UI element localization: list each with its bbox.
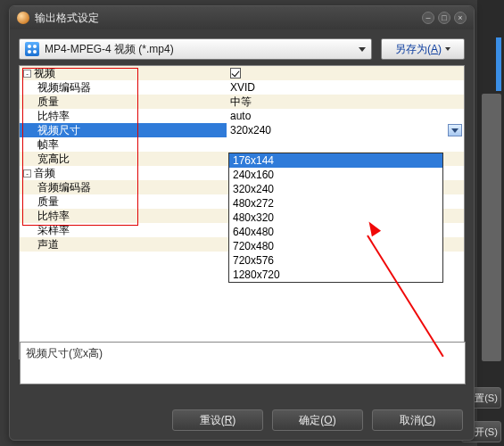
maximize-button[interactable]: □ [438,12,450,24]
prop-video-codec[interactable]: 视频编码器 XVID [20,80,464,95]
prop-video-fps[interactable]: 帧率 [20,137,464,152]
collapse-icon[interactable]: - [23,70,31,78]
prop-label: 质量 [37,95,59,110]
prop-label: 视频编码器 [37,80,91,95]
collapse-icon[interactable]: - [23,169,31,178]
save-as-button[interactable]: 另存为(A) [381,38,465,60]
format-select[interactable]: MP4-MPEG-4 视频 (*.mp4) [19,38,372,60]
prop-video-bitrate[interactable]: 比特率 auto [20,109,464,123]
close-button[interactable]: × [454,12,467,24]
size-option[interactable]: 720x480 [229,239,442,253]
group-audio-label: 音频 [34,166,55,181]
prop-value: 320x240 [230,124,271,136]
prop-video-quality[interactable]: 质量 中等 [20,95,464,109]
prop-value: 中等 [230,95,252,110]
cancel-button[interactable]: 取消(C) [372,409,463,431]
ok-hotkey: O [324,414,332,426]
size-dropdown-list[interactable]: 176x144240x160320x240480x272480x320640x4… [228,153,443,283]
size-option[interactable]: 640x480 [229,225,442,239]
window-title: 输出格式设定 [35,11,418,26]
group-video-label: 视频 [34,66,55,81]
app-icon [17,12,29,24]
prop-label: 质量 [37,194,59,210]
ok-label-pre: 确定( [299,413,324,428]
size-option[interactable]: 1280x720 [229,268,442,282]
video-format-icon [25,42,39,56]
prop-label: 视频尺寸 [37,123,80,138]
minimize-button[interactable]: – [422,12,434,24]
prop-label: 采样率 [37,223,70,238]
property-grid: -视频 视频编码器 XVID 质量 中等 比特率 auto 视频尺寸 32 [19,65,465,359]
size-option[interactable]: 480x272 [229,196,442,211]
prop-label: 帧率 [37,137,59,153]
save-as-hotkey: A [431,43,438,55]
description-text: 视频尺寸(宽x高) [26,347,103,359]
size-option[interactable]: 176x144 [229,153,442,168]
size-option[interactable]: 320x240 [229,182,442,196]
ok-button[interactable]: 确定(O) [272,409,363,431]
size-option[interactable]: 720x576 [229,253,442,268]
prop-video-size[interactable]: 视频尺寸 320x240 [20,123,464,137]
description-box: 视频尺寸(宽x高) [20,342,466,384]
size-option[interactable]: 480x320 [229,211,442,225]
reset-label-post: ) [232,414,235,426]
reset-label-pre: 重设( [200,413,225,428]
titlebar: 输出格式设定 – □ × [10,6,474,29]
save-as-label-post: ) [438,43,442,55]
size-dropdown-button[interactable] [448,124,462,136]
prop-label: 声道 [37,237,59,252]
prop-label: 宽高比 [37,152,70,167]
output-format-dialog: 输出格式设定 – □ × MP4-MPEG-4 视频 (*.mp4) 另存为(A… [9,5,475,441]
prop-value: auto [230,110,251,122]
save-as-label-pre: 另存为( [395,42,431,57]
cancel-label-pre: 取消( [400,413,425,428]
prop-label: 比特率 [37,209,70,224]
prop-label: 音频编码器 [37,180,91,195]
size-option[interactable]: 240x160 [229,168,442,182]
format-selected-label: MP4-MPEG-4 视频 (*.mp4) [45,42,174,57]
cancel-hotkey: C [425,414,433,426]
reset-button[interactable]: 重设(R) [172,409,263,431]
ok-label-post: ) [333,414,336,426]
prop-value: XVID [230,81,255,94]
chevron-down-icon [445,47,450,51]
chevron-down-icon [451,128,459,133]
cancel-label-post: ) [432,414,435,426]
chevron-down-icon [359,47,366,52]
group-video[interactable]: -视频 [20,66,464,80]
video-enabled-checkbox[interactable] [230,68,241,78]
prop-label: 比特率 [37,109,70,124]
reset-hotkey: R [225,414,233,426]
